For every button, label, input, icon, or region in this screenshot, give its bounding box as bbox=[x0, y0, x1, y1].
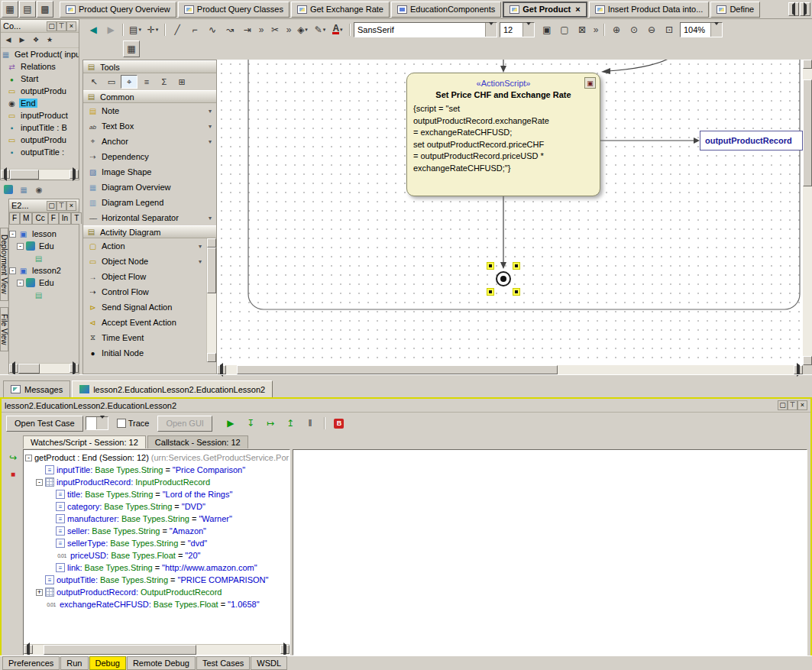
watch-row[interactable]: title: Base Types.String = "Lord of the … bbox=[25, 488, 290, 500]
close-button[interactable]: × bbox=[66, 21, 76, 31]
browser-tab[interactable]: M bbox=[20, 212, 32, 224]
font-color-icon[interactable]: A ▾ bbox=[329, 21, 346, 38]
chevron-down-icon[interactable]: ▾ bbox=[199, 243, 202, 250]
open-gui-button[interactable]: Open GUI bbox=[157, 416, 212, 432]
scroll-down-icon[interactable] bbox=[803, 356, 812, 365]
expand-toggle[interactable]: - bbox=[17, 280, 24, 286]
scroll-down-icon[interactable] bbox=[207, 353, 216, 362]
tab-file-view[interactable]: File View bbox=[0, 307, 8, 351]
tree-item[interactable]: - lesson bbox=[9, 228, 79, 240]
e2e-icon[interactable] bbox=[2, 183, 15, 196]
test-case-select[interactable] bbox=[86, 416, 108, 430]
document-tab[interactable]: Product Query Overview bbox=[60, 2, 176, 18]
palette-item[interactable]: Object Node ▾ bbox=[83, 254, 206, 269]
stop-icon[interactable]: ■ bbox=[7, 468, 19, 481]
diagram-canvas[interactable]: «ActionScript» Set Price CHF and Exchang… bbox=[217, 60, 803, 365]
expand-toggle[interactable]: - bbox=[25, 455, 32, 461]
pin-button[interactable]: ⊤ bbox=[57, 201, 66, 211]
step-into-icon[interactable]: ↧ bbox=[242, 415, 259, 432]
palette-item[interactable]: Text Box ▾ bbox=[83, 118, 216, 134]
scroll-left-icon[interactable] bbox=[217, 365, 226, 374]
select-tool-icon[interactable]: ↖ bbox=[86, 75, 102, 89]
selection-handle[interactable] bbox=[513, 262, 520, 270]
session-tab[interactable]: Callstack - Session: 12 bbox=[147, 435, 248, 448]
copy-format-icon[interactable]: ▣ bbox=[539, 21, 555, 38]
scroll-right-icon[interactable] bbox=[70, 364, 79, 373]
status-tab[interactable]: Debug bbox=[89, 656, 126, 670]
attach-icon[interactable]: ⇥ bbox=[239, 21, 256, 38]
horizontal-scrollbar[interactable] bbox=[1, 169, 79, 180]
expand-toggle[interactable]: - bbox=[9, 231, 16, 238]
marquee-tool-icon[interactable]: ▭ bbox=[103, 75, 120, 89]
scroll-left-icon[interactable] bbox=[1, 170, 10, 179]
scroll-tabs-right-icon[interactable] bbox=[800, 2, 810, 16]
forward-icon[interactable]: ▶ bbox=[16, 34, 28, 47]
pin-button[interactable]: ⊤ bbox=[57, 21, 66, 31]
diagrams-icon[interactable]: ▦ bbox=[2, 1, 18, 18]
tree-item[interactable]: inputProduct bbox=[1, 109, 79, 121]
diagram-icon[interactable] bbox=[18, 183, 30, 196]
horizontal-scrollbar[interactable] bbox=[24, 644, 290, 655]
actionscript-note[interactable]: «ActionScript» Set Price CHF and Exchang… bbox=[406, 73, 600, 196]
document-tab[interactable]: Get Exchange Rate bbox=[291, 2, 390, 18]
palette-item[interactable]: Accept Event Action bbox=[83, 315, 206, 330]
chevron-down-icon[interactable]: ▾ bbox=[209, 108, 212, 115]
step-out-icon[interactable]: ↥ bbox=[282, 415, 299, 432]
tree-item[interactable]: - lesson2 bbox=[9, 264, 79, 277]
bottom-view-tab[interactable]: Messages bbox=[3, 380, 70, 397]
scroll-up-icon[interactable] bbox=[803, 60, 812, 69]
watch-row[interactable]: priceUSD: Base Types.Float = "20" bbox=[25, 549, 290, 562]
status-tab[interactable]: Preferences bbox=[2, 656, 60, 670]
swimlane-icon[interactable]: ▤ ▾ bbox=[127, 21, 144, 38]
watches-pane[interactable]: - getProduct : End (Session: 12) (urn:Se… bbox=[23, 449, 290, 655]
forward-icon[interactable]: ▶ bbox=[102, 21, 119, 38]
palette-header-tools[interactable]: Tools bbox=[83, 60, 216, 73]
back-icon[interactable]: ◀ bbox=[2, 34, 15, 47]
horizontal-scrollbar[interactable] bbox=[9, 363, 79, 374]
document-tab[interactable]: Get Product × bbox=[503, 2, 587, 18]
run-icon[interactable]: ▶ bbox=[222, 415, 239, 432]
selection-handle[interactable] bbox=[513, 288, 520, 296]
scroll-tabs-left-icon[interactable] bbox=[788, 2, 799, 16]
tree-item[interactable]: End bbox=[1, 97, 79, 109]
continue-icon[interactable]: ↪ bbox=[7, 452, 19, 464]
shape-fill-icon[interactable]: ◈ ▾ bbox=[294, 21, 311, 38]
rectilinear-line-icon[interactable]: ⌐ bbox=[186, 21, 203, 38]
align-tool-icon[interactable]: ≡ bbox=[138, 75, 155, 89]
pencil-icon[interactable]: ✎ ▾ bbox=[312, 21, 328, 38]
tree-item[interactable]: outputProdu bbox=[1, 85, 79, 97]
trace-checkbox[interactable] bbox=[117, 419, 126, 428]
document-tab[interactable]: Insert Product Data into... bbox=[589, 2, 710, 18]
watch-row[interactable]: + outputProductRecord: OutputProductReco… bbox=[25, 586, 290, 598]
pin-button[interactable]: ⊤ bbox=[788, 400, 797, 410]
scroll-left-icon[interactable] bbox=[9, 364, 18, 373]
close-icon[interactable]: × bbox=[575, 5, 580, 14]
scroll-right-icon[interactable] bbox=[794, 365, 803, 374]
chevron-down-icon[interactable] bbox=[485, 23, 497, 37]
distribute-tool-icon[interactable]: Σ bbox=[156, 75, 173, 89]
float-button[interactable]: ▢ bbox=[778, 400, 788, 410]
scroll-up-icon[interactable] bbox=[207, 238, 216, 248]
breakpoints-icon[interactable]: B bbox=[331, 415, 348, 432]
palette-item[interactable]: Action ▾ bbox=[83, 238, 206, 254]
horizontal-scrollbar[interactable] bbox=[217, 365, 803, 374]
grid-icon[interactable]: ✛ ▾ bbox=[144, 21, 161, 38]
spline-line-icon[interactable]: ↝ bbox=[222, 21, 238, 38]
font-size-select[interactable]: 12 bbox=[500, 22, 535, 37]
palette-item[interactable]: Send Signal Action bbox=[83, 299, 206, 315]
step-over-icon[interactable]: ↦ bbox=[262, 415, 279, 432]
palette-header-activity[interactable]: Activity Diagram bbox=[83, 225, 216, 238]
close-button[interactable]: × bbox=[66, 201, 76, 211]
watch-row[interactable]: link: Base Types.String = "http://www.am… bbox=[25, 562, 290, 574]
tree-item[interactable]: Relations bbox=[1, 60, 79, 73]
bottom-view-tab[interactable]: lesson2.EducationLesson2.EducationLesson… bbox=[72, 380, 273, 397]
close-button[interactable]: × bbox=[797, 400, 807, 410]
open-test-case-button[interactable]: Open Test Case bbox=[6, 416, 83, 432]
object-node[interactable]: outputProductRecord bbox=[700, 131, 803, 151]
watch-row[interactable]: - inputProductRecord: InputProductRecord bbox=[25, 476, 290, 488]
watch-row[interactable]: outputTitle: Base Types.String = "PRICE … bbox=[25, 574, 290, 586]
cut-icon[interactable]: ✂ bbox=[267, 21, 283, 38]
session-tab[interactable]: Watches/Script - Session: 12 bbox=[23, 435, 146, 448]
browser-tab[interactable]: T bbox=[71, 212, 82, 224]
script-editor-icon[interactable]: ▣ bbox=[584, 77, 596, 89]
